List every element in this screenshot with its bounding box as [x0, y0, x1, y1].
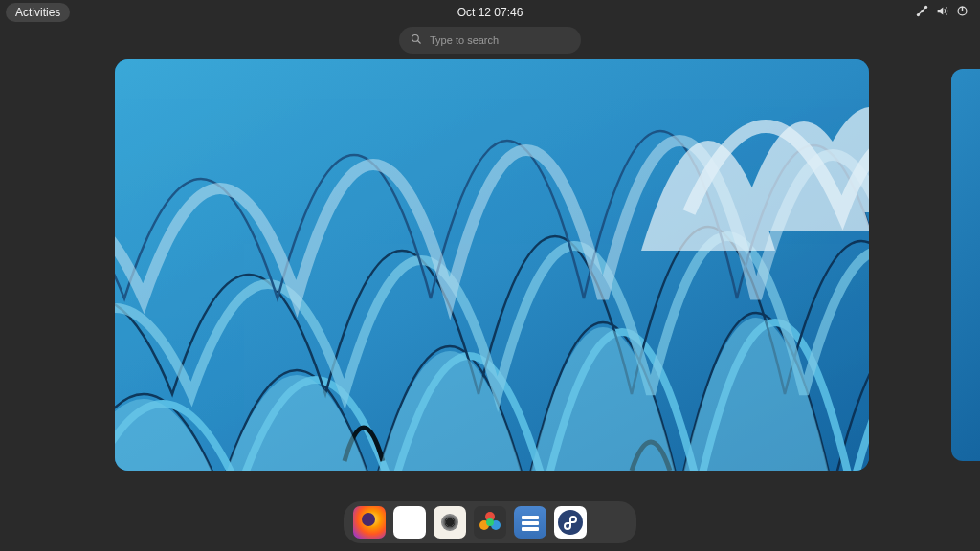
- search-bar[interactable]: [399, 27, 581, 54]
- dash-app-files[interactable]: [514, 506, 546, 539]
- volume-icon[interactable]: [936, 5, 948, 20]
- system-tray[interactable]: [916, 5, 974, 20]
- power-icon[interactable]: [956, 5, 969, 20]
- show-applications-button[interactable]: [594, 506, 627, 539]
- svg-line-6: [418, 41, 421, 44]
- dash-app-rhythmbox[interactable]: [434, 506, 466, 539]
- svg-point-5: [412, 35, 419, 42]
- activities-button[interactable]: Activities: [6, 3, 70, 22]
- dash-app-calendar[interactable]: [393, 506, 426, 539]
- workspace-thumbnail-2[interactable]: [951, 69, 980, 461]
- search-icon: [411, 32, 422, 49]
- dash-app-photos[interactable]: [474, 506, 506, 539]
- network-icon[interactable]: [916, 5, 928, 20]
- dash-app-firefox[interactable]: [353, 506, 386, 539]
- svg-point-11: [486, 518, 494, 526]
- top-bar: Activities Oct 12 07:46: [0, 0, 980, 25]
- dash-app-fedora[interactable]: [554, 506, 587, 539]
- search-input[interactable]: [430, 34, 569, 46]
- dash: [344, 501, 636, 543]
- workspace-thumbnail-1[interactable]: [115, 59, 869, 471]
- clock[interactable]: Oct 12 07:46: [457, 6, 523, 19]
